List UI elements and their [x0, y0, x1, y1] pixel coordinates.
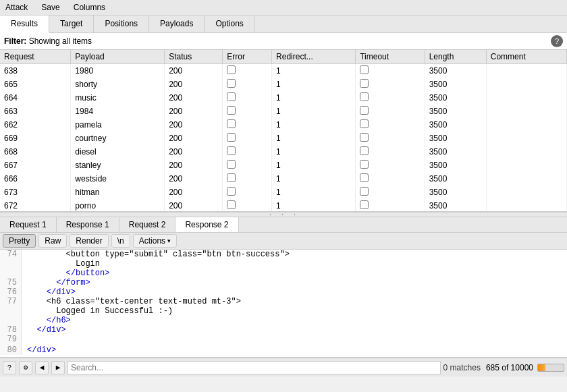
col-comment: Comment — [486, 50, 566, 64]
table-body: 638198020013500665shorty20013500664music… — [0, 64, 567, 213]
line-content: </div> — [22, 287, 81, 297]
table-row[interactable]: 668diesel20013500 — [0, 145, 567, 159]
line-number: 75 — [0, 278, 22, 287]
col-timeout: Timeout — [356, 50, 425, 64]
line-number: 77 — [0, 297, 22, 306]
menu-columns[interactable]: Columns — [71, 1, 108, 13]
divider-dots: · · · — [268, 211, 298, 219]
filter-prefix: Filter: — [4, 36, 26, 46]
code-line: 79 — [0, 335, 567, 345]
code-line: 74 <button type="submit" class="btn btn-… — [0, 250, 567, 259]
line-content: </div> — [22, 325, 72, 335]
sub-tab-request1[interactable]: Request 1 — [0, 217, 57, 232]
tab-results[interactable]: Results — [0, 16, 49, 33]
settings-icon-button[interactable]: ⚙ — [19, 361, 32, 374]
next-icon-button[interactable]: ▶ — [51, 361, 65, 374]
tab-target[interactable]: Target — [49, 16, 94, 32]
panel-divider[interactable]: · · · — [0, 212, 567, 217]
progress-text: 685 of 10000 — [486, 363, 533, 372]
code-line: </button> — [0, 269, 567, 278]
menu-attack[interactable]: Attack — [3, 1, 30, 13]
line-number: 78 — [0, 325, 22, 335]
results-table-container: Request Payload Status Error Redirect...… — [0, 50, 567, 212]
line-number: 80 — [0, 345, 22, 355]
progress-fill — [538, 364, 545, 371]
chevron-down-icon: ▾ — [167, 237, 171, 244]
table-row[interactable]: 667stanley20013500 — [0, 159, 567, 172]
col-length: Length — [425, 50, 486, 64]
menu-bar: Attack Save Columns — [0, 0, 567, 16]
table-row[interactable]: 669courtney20013500 — [0, 132, 567, 145]
tab-payloads[interactable]: Payloads — [149, 16, 205, 32]
code-display: 74 <button type="submit" class="btn btn-… — [0, 250, 567, 358]
line-number — [0, 269, 22, 278]
table-row[interactable]: 665shorty20013500 — [0, 78, 567, 91]
main-tab-bar: Results Target Positions Payloads Option… — [0, 16, 567, 33]
code-line: 80</div> — [0, 345, 567, 355]
pretty-button[interactable]: Pretty — [3, 234, 36, 248]
table-row[interactable]: 673hitman20013500 — [0, 186, 567, 199]
prev-icon-button[interactable]: ◀ — [35, 361, 49, 374]
code-line: 76 </div> — [0, 287, 567, 297]
table-row[interactable]: 664music20013500 — [0, 91, 567, 105]
code-line: 78 </div> — [0, 325, 567, 335]
code-line: 77 <h6 class="text-center text-muted mt-… — [0, 297, 567, 306]
sub-tab-bar: Request 1 Response 1 Request 2 Response … — [0, 217, 567, 233]
line-content: </button> — [22, 269, 115, 278]
render-button[interactable]: Render — [70, 234, 108, 248]
search-input[interactable] — [68, 361, 441, 374]
filter-label: Filter: Showing all items — [4, 36, 551, 46]
col-payload: Payload — [71, 50, 165, 64]
results-table: Request Payload Status Error Redirect...… — [0, 50, 567, 212]
table-row[interactable]: 666westside20013500 — [0, 172, 567, 186]
table-row[interactable]: 662pamela20013500 — [0, 118, 567, 132]
code-line: Logged in Successful :-) — [0, 306, 567, 316]
line-content: <h6 class="text-center text-muted mt-3"> — [22, 297, 246, 306]
line-number — [0, 316, 22, 325]
table-row[interactable]: 663198420013500 — [0, 105, 567, 118]
sub-tab-request2[interactable]: Request 2 — [119, 217, 176, 232]
line-content: </form> — [22, 278, 96, 287]
table-header-row: Request Payload Status Error Redirect...… — [0, 50, 567, 64]
help-icon-button[interactable]: ? — [3, 361, 16, 374]
line-number — [0, 306, 22, 316]
line-content: </div> — [22, 345, 61, 355]
match-count: 0 matches — [443, 363, 483, 372]
filter-bar: Filter: Showing all items ? — [0, 33, 567, 50]
tab-options[interactable]: Options — [205, 16, 254, 32]
col-request: Request — [0, 50, 71, 64]
col-status: Status — [165, 50, 223, 64]
progress-container: 685 of 10000 — [486, 363, 564, 372]
ln-button[interactable]: \n — [111, 234, 130, 248]
menu-save[interactable]: Save — [38, 1, 62, 13]
col-redirect: Redirect... — [272, 50, 356, 64]
bottom-bar: ? ⚙ ◀ ▶ 0 matches 685 of 10000 — [0, 358, 567, 376]
raw-button[interactable]: Raw — [38, 234, 67, 248]
line-content: <button type="submit" class="btn btn-suc… — [22, 250, 295, 259]
line-number — [0, 259, 22, 269]
filter-help-button[interactable]: ? — [551, 35, 563, 47]
table-row[interactable]: 638198020013500 — [0, 64, 567, 78]
line-content: Logged in Successful :-) — [22, 306, 178, 316]
response-tool-bar: Pretty Raw Render \n Actions ▾ — [0, 233, 567, 250]
table-row[interactable]: 672porno20013500 — [0, 199, 567, 212]
line-number: 76 — [0, 287, 22, 297]
line-content — [22, 335, 32, 345]
tab-positions[interactable]: Positions — [94, 16, 149, 32]
code-line: 75 </form> — [0, 278, 567, 287]
actions-button[interactable]: Actions ▾ — [133, 234, 177, 248]
line-content: Login — [22, 259, 105, 269]
filter-value: Showing all items — [29, 36, 92, 46]
sub-tab-response2[interactable]: Response 2 — [176, 217, 238, 232]
line-number: 74 — [0, 250, 22, 259]
col-error: Error — [223, 50, 272, 64]
progress-bar — [537, 364, 564, 372]
code-line: Login — [0, 259, 567, 269]
sub-tab-response1[interactable]: Response 1 — [57, 217, 119, 232]
code-line: </h6> — [0, 316, 567, 325]
line-number: 79 — [0, 335, 22, 345]
line-content: </h6> — [22, 316, 76, 325]
